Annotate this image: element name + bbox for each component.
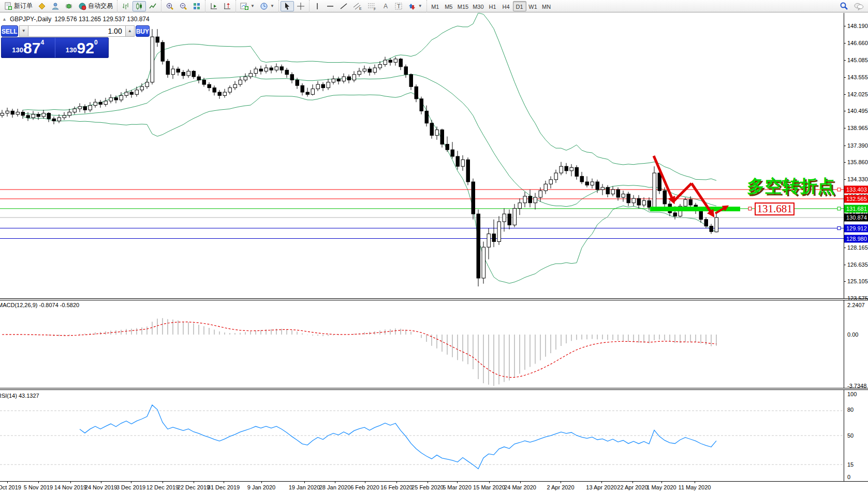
timeframe-button-h1[interactable]: H1 — [486, 1, 499, 11]
bearish-candle — [710, 226, 713, 232]
bullish-candle — [513, 208, 517, 225]
price-tick-mark — [844, 162, 846, 163]
volume-input[interactable] — [28, 25, 125, 37]
label-button[interactable]: T — [392, 1, 405, 11]
date-label: 22 Dec 2019 — [178, 484, 210, 490]
price-tag-130.874: 130.874 — [844, 214, 868, 222]
bullish-candle — [73, 109, 77, 112]
date-label: 11 May 2020 — [679, 484, 711, 490]
bearish-candle — [280, 67, 284, 70]
chat-icon[interactable] — [854, 2, 864, 10]
text-button[interactable]: A — [379, 1, 392, 11]
price-tick-mark — [844, 179, 846, 180]
line-anchor-marker[interactable] — [837, 188, 841, 191]
vertical-line-button[interactable] — [311, 1, 323, 11]
chart-shift-button[interactable] — [220, 1, 234, 11]
search-icon[interactable] — [840, 2, 848, 10]
channel-icon: E — [353, 2, 362, 10]
cursor-button[interactable] — [281, 1, 294, 11]
panel-separator-rsi[interactable] — [0, 388, 868, 390]
toolbar-group-indicators: ▼ ▼ — [236, 0, 278, 12]
arrows-objects-button[interactable]: ▼ — [405, 1, 425, 11]
macd-axis-label: 0.00 — [847, 331, 858, 338]
bullish-candle — [233, 84, 237, 88]
bearish-candle — [218, 92, 222, 95]
date-label: 24 Mar 2020 — [504, 484, 536, 490]
bearish-candle — [658, 173, 661, 191]
zoom-out-button[interactable] — [176, 1, 190, 11]
line-chart-button[interactable] — [146, 1, 159, 11]
volume-control: ▼ ▲ — [19, 25, 135, 37]
price-tag-128.980: 128.980 — [844, 235, 868, 242]
bearish-candle — [565, 166, 568, 171]
zoom-in-button[interactable] — [163, 1, 176, 11]
line-anchor-marker[interactable] — [837, 207, 841, 210]
text-a-icon: A — [382, 2, 389, 10]
candlestick-icon — [135, 2, 143, 10]
bullish-candle — [560, 166, 563, 173]
crosshair-button[interactable] — [294, 1, 307, 11]
line-anchor-marker[interactable] — [837, 227, 841, 230]
date-tick-mark — [561, 482, 561, 483]
fibonacci-button[interactable]: F — [365, 1, 379, 11]
timeframe-button-m30[interactable]: M30 — [470, 1, 486, 11]
autotrade-button[interactable]: 自动交易 — [76, 1, 115, 11]
timeframe-button-m1[interactable]: M1 — [429, 1, 442, 11]
bullish-candle — [239, 80, 242, 84]
date-label: 13 Apr 2020 — [586, 484, 616, 490]
date-label: 3 Dec 2019 — [116, 484, 145, 490]
bearish-candle — [425, 111, 429, 123]
bullish-candle — [601, 187, 605, 190]
collapse-triangle-icon[interactable]: ▲ — [2, 17, 7, 22]
timeframe-button-m15[interactable]: M15 — [455, 1, 470, 11]
bearish-candle — [52, 119, 56, 121]
profile-button[interactable] — [49, 1, 62, 11]
bullish-candle — [591, 182, 594, 185]
bullish-candle — [435, 130, 439, 136]
autotrade-label: 自动交易 — [88, 2, 113, 10]
market-watch-button[interactable] — [35, 1, 49, 11]
date-label: 16 Feb 2020 — [380, 484, 413, 490]
price-tick-mark — [844, 77, 846, 78]
trade-panel-controls: SELL ▼ ▲ BUY — [1, 25, 109, 37]
buy-button[interactable]: BUY — [136, 25, 150, 37]
date-label: 2 Apr 2020 — [547, 484, 574, 490]
periods-button[interactable]: ▼ — [257, 1, 277, 11]
candlestick-chart-button[interactable] — [133, 1, 146, 11]
bearish-candle — [202, 80, 206, 84]
auto-scroll-button[interactable] — [207, 1, 220, 11]
timeframe-button-m5[interactable]: M5 — [442, 1, 455, 11]
timeframe-button-w1[interactable]: W1 — [526, 1, 540, 11]
bearish-candle — [699, 211, 703, 220]
buy-price[interactable]: 130920 — [55, 38, 109, 57]
clock-icon — [260, 2, 268, 10]
volume-decrease-button[interactable]: ▼ — [19, 25, 28, 37]
callout-anchor-marker[interactable] — [748, 207, 752, 210]
timeframe-button-mn[interactable]: MN — [540, 1, 553, 11]
bearish-candle — [192, 71, 196, 77]
sell-price[interactable]: 130874 — [2, 38, 55, 57]
signals-button[interactable] — [62, 1, 76, 11]
date-axis[interactable]: 7 Oct 20195 Nov 201914 Nov 201924 Nov 20… — [0, 481, 868, 492]
crosshair-icon — [297, 2, 305, 10]
date-tick-mark — [489, 482, 490, 483]
chart-canvas[interactable] — [0, 13, 868, 481]
timeframe-button-h4[interactable]: H4 — [499, 1, 513, 11]
sell-button[interactable]: SELL — [1, 25, 18, 37]
bearish-candle — [409, 75, 413, 87]
tile-windows-button[interactable] — [190, 1, 203, 11]
volume-increase-button[interactable]: ▲ — [125, 25, 135, 37]
toolbar-group-scroll — [205, 0, 236, 12]
trendline-button[interactable] — [337, 1, 350, 11]
panel-separator-macd[interactable] — [0, 298, 868, 300]
equidistant-channel-button[interactable]: E — [350, 1, 365, 11]
new-order-button[interactable]: 新订单 — [2, 1, 35, 11]
price-tick-label: 145.085 — [847, 57, 868, 63]
timeframe-button-d1[interactable]: D1 — [513, 1, 526, 11]
horizontal-line-button[interactable] — [323, 1, 337, 11]
bar-chart-button[interactable] — [119, 1, 133, 11]
price-tick-label: 134.330 — [847, 176, 868, 182]
bearish-candle — [26, 115, 30, 118]
add-indicator-button[interactable]: ▼ — [238, 1, 257, 11]
bearish-candle — [259, 69, 263, 71]
